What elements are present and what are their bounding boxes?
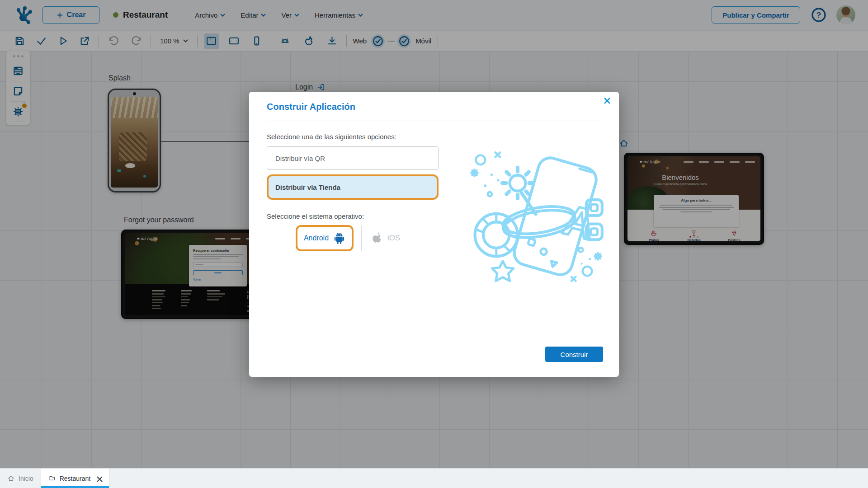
option-label: Distribuir vía QR bbox=[275, 155, 325, 162]
modal-title: Construir Aplicación bbox=[267, 102, 601, 112]
close-icon[interactable] bbox=[603, 97, 613, 107]
build-button[interactable]: Construir bbox=[545, 347, 603, 362]
options-instruction: Seleccione una de las siguientes opcione… bbox=[267, 133, 601, 141]
project-tab-bar: Inicio Restaurant bbox=[0, 468, 868, 488]
os-divider bbox=[361, 225, 362, 251]
build-app-illustration: A bbox=[466, 146, 605, 285]
tab-restaurant[interactable]: Restaurant bbox=[41, 469, 109, 488]
apple-icon bbox=[369, 230, 383, 246]
build-app-modal: Construir Aplicación Seleccione una de l… bbox=[249, 92, 619, 377]
os-option-android[interactable]: Android bbox=[296, 225, 354, 251]
tab-inicio[interactable]: Inicio bbox=[0, 469, 41, 488]
option-distribute-store[interactable]: Distribuir vía Tienda bbox=[267, 174, 439, 200]
folder-icon bbox=[48, 474, 56, 482]
tab-label: Inicio bbox=[19, 475, 33, 482]
tab-label: Restaurant bbox=[60, 475, 90, 482]
app-builder-window: Crear Restaurant Archivo Editar Ver Herr… bbox=[0, 0, 868, 488]
option-label: Distribuir vía Tienda bbox=[275, 183, 340, 191]
android-robot-icon bbox=[333, 231, 345, 245]
os-option-ios[interactable]: iOS bbox=[369, 230, 400, 246]
close-tab-icon[interactable] bbox=[96, 475, 102, 481]
home-icon bbox=[7, 474, 15, 482]
ios-label: iOS bbox=[387, 234, 400, 243]
modal-divider bbox=[267, 121, 601, 121]
active-tab-underline bbox=[41, 486, 109, 488]
android-label: Android bbox=[304, 234, 329, 242]
option-distribute-qr[interactable]: Distribuir vía QR bbox=[267, 146, 439, 170]
